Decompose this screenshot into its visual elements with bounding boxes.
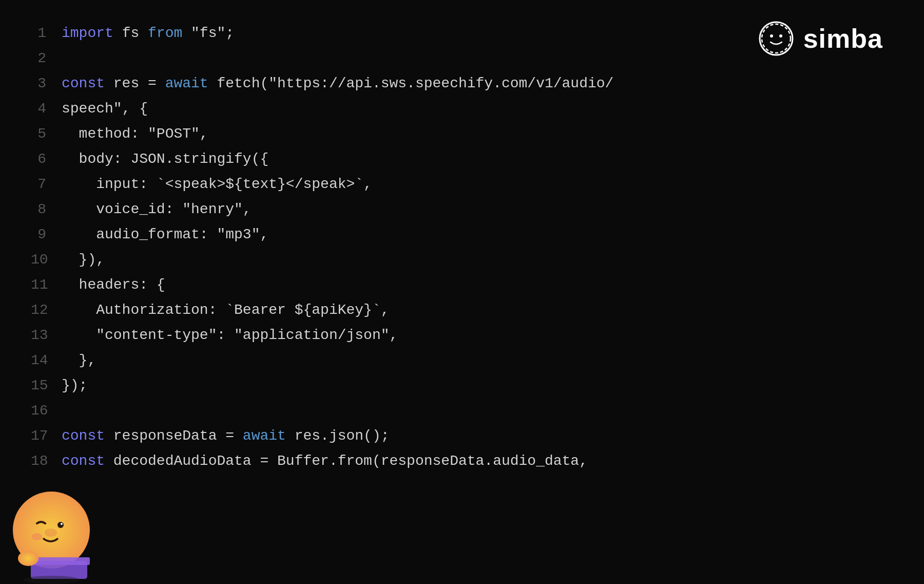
line-number: 3 [31,71,62,96]
code-segment: }), [62,252,105,268]
svg-point-6 [61,523,63,525]
line-number: 11 [31,272,62,297]
code-text: method: "POST", [62,121,208,146]
code-segment: responseData = [105,428,243,444]
code-segment: import [62,25,113,41]
code-segment: decodedAudioData = Buffer.from(responseD… [105,453,588,469]
code-text: }), [62,247,105,272]
code-segment: const [62,453,105,469]
code-segment: const [62,428,105,444]
code-line: 4speech", { [31,96,924,121]
code-line: 8 voice_id: "henry", [31,197,924,222]
line-number: 5 [31,121,62,146]
logo: simba [758,21,883,56]
code-text: speech", { [62,96,148,121]
svg-point-3 [779,34,782,37]
code-text: }, [62,348,96,373]
code-text: body: JSON.stringify({ [62,146,268,172]
line-number: 16 [31,398,62,423]
code-line: 14 }, [31,348,924,373]
code-line: 5 method: "POST", [31,121,924,146]
line-number: 15 [31,373,62,398]
code-segment: await [165,76,208,91]
code-segment: headers: { [62,277,165,293]
code-container: 1import fs from "fs";23const res = await… [0,0,924,494]
code-segment: voice_id: "henry", [62,201,252,217]
code-segment: const [62,76,105,91]
code-segment: fs [113,25,148,41]
code-line: 10 }), [31,247,924,272]
code-segment: body: JSON.stringify({ [62,151,268,167]
code-segment: }); [62,378,87,393]
code-line: 13 "content-type": "application/json", [31,323,924,348]
mascot-icon [0,481,103,584]
logo-icon [758,21,794,56]
code-line: 15}); [31,373,924,398]
line-number: 13 [31,323,62,348]
code-segment: method: "POST", [62,126,208,142]
code-line: 12 Authorization: `Bearer ${apiKey}`, [31,297,924,323]
code-text: audio_format: "mp3", [62,222,268,247]
logo-text: simba [803,23,883,54]
code-segment: speech", { [62,101,148,117]
code-segment: "fs"; [182,25,234,41]
code-segment: audio_format: "mp3", [62,227,268,242]
svg-point-5 [57,522,64,528]
code-line: 18const decodedAudioData = Buffer.from(r… [31,448,924,474]
code-line: 6 body: JSON.stringify({ [31,146,924,172]
svg-point-0 [760,22,793,55]
code-text: const responseData = await res.json(); [62,423,390,448]
code-line: 11 headers: { [31,272,924,297]
code-text: }); [62,373,87,398]
line-number: 9 [31,222,62,247]
code-segment: from [148,25,182,41]
svg-point-12 [23,576,80,584]
code-line: 16 [31,398,924,423]
code-text: headers: { [62,272,165,297]
svg-point-8 [32,533,42,540]
code-text: "content-type": "application/json", [62,323,398,348]
code-text: import fs from "fs"; [62,21,234,46]
svg-point-7 [45,529,57,537]
line-number: 7 [31,172,62,197]
code-segment: res.json(); [286,428,390,444]
code-line: 17const responseData = await res.json(); [31,423,924,448]
code-text: const decodedAudioData = Buffer.from(res… [62,448,588,474]
code-text: Authorization: `Bearer ${apiKey}`, [62,297,390,323]
svg-point-2 [770,34,773,37]
code-segment: res = [105,76,165,91]
code-segment: Authorization: `Bearer ${apiKey}`, [62,302,390,318]
code-text: voice_id: "henry", [62,197,252,222]
line-number: 12 [31,297,62,323]
code-segment: }, [62,352,96,368]
svg-point-11 [18,551,38,566]
code-line: 9 audio_format: "mp3", [31,222,924,247]
code-segment: "content-type": "application/json", [62,327,398,343]
code-segment: fetch("https://api.sws.speechify.com/v1/… [208,76,614,91]
line-number: 17 [31,423,62,448]
svg-point-1 [762,24,791,53]
code-text: const res = await fetch("https://api.sws… [62,71,613,96]
line-number: 18 [31,448,62,474]
code-text: input: `<speak>${text}</speak>`, [62,172,372,197]
line-number: 4 [31,96,62,121]
line-number: 6 [31,146,62,172]
line-number: 8 [31,197,62,222]
line-number: 10 [31,247,62,272]
line-number: 2 [31,46,62,71]
code-line: 3const res = await fetch("https://api.sw… [31,71,924,96]
code-segment: input: `<speak>${text}</speak>`, [62,176,372,192]
code-segment: await [243,428,286,444]
line-number: 1 [31,21,62,46]
code-line: 7 input: `<speak>${text}</speak>`, [31,172,924,197]
line-number: 14 [31,348,62,373]
